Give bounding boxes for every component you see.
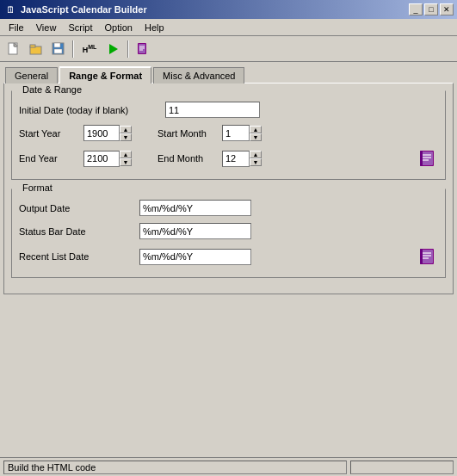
status-bar-date-label: Status Bar Date xyxy=(19,226,139,237)
output-date-row: Output Date xyxy=(19,200,438,216)
title-buttons: _ □ ✕ xyxy=(409,3,454,15)
end-month-buttons: ▲ ▼ xyxy=(250,151,262,166)
save-button[interactable] xyxy=(48,40,69,59)
date-range-help-icon[interactable] xyxy=(417,148,438,169)
start-row: Start Year ▲ ▼ Start Month ▲ ▼ xyxy=(19,125,438,141)
initial-date-row: Initial Date (today if blank) xyxy=(19,102,438,118)
tab-general[interactable]: General xyxy=(5,67,58,83)
menu-file[interactable]: File xyxy=(3,21,29,34)
start-year-label: Start Year xyxy=(19,128,83,139)
end-year-down[interactable]: ▼ xyxy=(120,158,132,166)
start-month-input[interactable] xyxy=(222,125,250,141)
start-year-spinner: ▲ ▼ xyxy=(83,125,132,141)
run-icon xyxy=(108,43,120,55)
html-button[interactable]: HML xyxy=(77,40,102,59)
tab-misc-advanced[interactable]: Misc & Advanced xyxy=(153,67,244,83)
format-title: Format xyxy=(19,182,56,193)
window-title: JavaScript Calendar Builder xyxy=(21,4,147,15)
recent-list-date-input[interactable] xyxy=(139,249,251,265)
tab-range-format[interactable]: Range & Format xyxy=(59,66,151,83)
menu-view[interactable]: View xyxy=(31,21,62,34)
open-button[interactable] xyxy=(26,40,46,59)
menu-help[interactable]: Help xyxy=(139,21,170,34)
format-help-icon[interactable] xyxy=(417,246,438,267)
end-year-input[interactable] xyxy=(83,151,120,167)
title-bar: 🗓 JavaScript Calendar Builder _ □ ✕ xyxy=(0,0,457,19)
date-range-group: Date & Range Initial Date (today if blan… xyxy=(11,90,446,180)
end-month-input[interactable] xyxy=(222,151,250,167)
book-icon xyxy=(418,149,437,168)
menu-bar: File View Script Option Help xyxy=(0,19,457,36)
app-icon: 🗓 xyxy=(3,3,17,16)
tab-bar: General Range & Format Misc & Advanced xyxy=(0,62,457,83)
script-button[interactable] xyxy=(133,40,153,59)
output-date-label: Output Date xyxy=(19,203,139,213)
script-icon xyxy=(136,42,150,56)
format-book-icon xyxy=(418,247,437,266)
start-year-buttons: ▲ ▼ xyxy=(120,126,132,141)
content-area: Date & Range Initial Date (today if blan… xyxy=(3,83,454,294)
end-year-label: End Year xyxy=(19,153,83,164)
save-icon xyxy=(52,42,65,56)
svg-rect-3 xyxy=(30,45,35,47)
start-month-spinner: ▲ ▼ xyxy=(222,125,262,141)
status-bar-date-input[interactable] xyxy=(139,223,251,239)
svg-rect-18 xyxy=(420,151,423,166)
date-range-title: Date & Range xyxy=(19,84,85,95)
svg-rect-20 xyxy=(421,250,433,263)
recent-list-date-row: Recent List Date xyxy=(19,246,438,267)
end-month-label: End Month xyxy=(157,153,222,164)
menu-option[interactable]: Option xyxy=(100,21,138,34)
start-month-label: Start Month xyxy=(157,128,222,139)
start-year-input[interactable] xyxy=(83,125,120,141)
maximize-button[interactable]: □ xyxy=(424,3,438,15)
toolbar-separator-1 xyxy=(72,40,74,58)
new-icon xyxy=(7,42,21,56)
start-year-up[interactable]: ▲ xyxy=(120,126,132,133)
initial-date-label: Initial Date (today if blank) xyxy=(19,105,165,115)
svg-rect-14 xyxy=(421,151,433,165)
status-bar: Build the HTML code xyxy=(0,457,457,476)
svg-marker-7 xyxy=(109,44,118,54)
html-icon: HML xyxy=(83,44,97,54)
start-month-down[interactable]: ▼ xyxy=(250,133,262,141)
run-button[interactable] xyxy=(103,40,124,59)
end-row: End Year ▲ ▼ End Month ▲ ▼ xyxy=(19,148,438,169)
open-icon xyxy=(29,42,43,56)
svg-rect-24 xyxy=(420,249,423,264)
status-right-panel xyxy=(350,461,454,474)
status-bar-date-row: Status Bar Date xyxy=(19,223,438,239)
start-month-up[interactable]: ▲ xyxy=(250,126,262,133)
start-month-buttons: ▲ ▼ xyxy=(250,126,262,141)
end-year-buttons: ▲ ▼ xyxy=(120,151,132,166)
end-year-spinner: ▲ ▼ xyxy=(83,151,132,167)
recent-list-date-label: Recent List Date xyxy=(19,251,139,262)
new-button[interactable] xyxy=(3,40,24,59)
output-date-input[interactable] xyxy=(139,200,251,216)
end-month-up[interactable]: ▲ xyxy=(250,151,262,158)
end-month-down[interactable]: ▼ xyxy=(250,158,262,166)
initial-date-input[interactable] xyxy=(165,102,260,118)
end-year-up[interactable]: ▲ xyxy=(120,151,132,158)
svg-rect-5 xyxy=(54,43,60,47)
menu-script[interactable]: Script xyxy=(63,21,97,34)
format-group: Format Output Date Status Bar Date Recen… xyxy=(11,189,446,278)
minimize-button[interactable]: _ xyxy=(409,3,423,15)
end-month-spinner: ▲ ▼ xyxy=(222,151,262,167)
start-year-down[interactable]: ▼ xyxy=(120,133,132,141)
status-message: Build the HTML code xyxy=(3,461,347,474)
toolbar-separator-2 xyxy=(127,40,129,58)
toolbar: HML xyxy=(0,36,457,62)
close-button[interactable]: ✕ xyxy=(440,3,454,15)
svg-rect-6 xyxy=(54,49,62,53)
